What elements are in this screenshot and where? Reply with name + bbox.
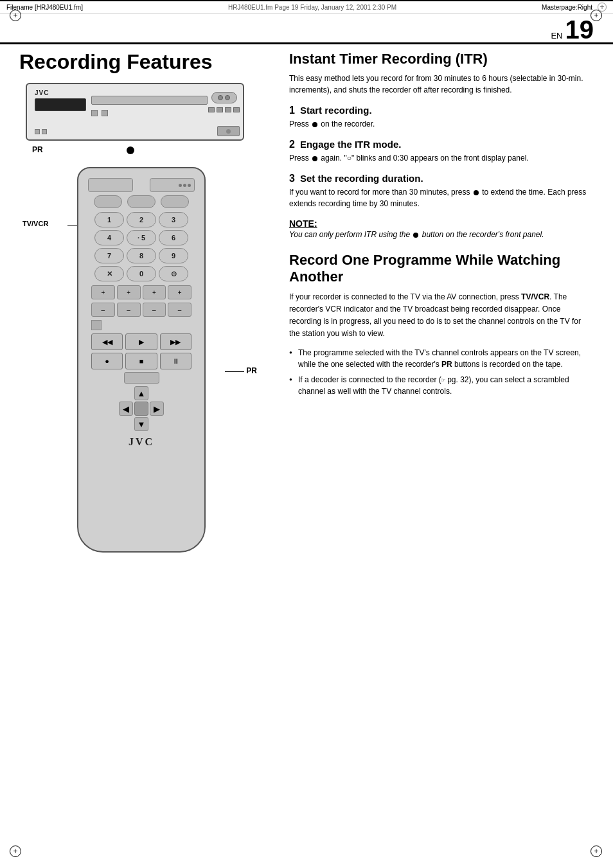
vcr-brand-label: JVC [35,89,49,96]
numpad-6[interactable]: 6 [159,230,188,245]
remote-btn-right[interactable] [150,178,195,192]
step-3-title: Set the recording duration. [300,173,423,184]
vcr-top-right-btn [211,92,237,103]
bullet-dot-2 [312,156,317,161]
remote-ff-btn[interactable]: ▶▶ [160,333,191,350]
numpad-3[interactable]: 3 [159,212,188,227]
numpad-x[interactable]: ✕ [94,266,124,281]
step-2-number: 2 [289,139,295,150]
remote-oval-3[interactable] [161,195,189,208]
recording-features-title: Recording Features [19,51,263,73]
tape-slot [91,96,208,105]
remote-section: TV/VCR PR [19,167,263,553]
remote-arrow-bottom-row: ▼ [134,417,148,431]
remote-right-btn[interactable]: ▶ [150,402,164,416]
step-2-title: Engage the ITR mode. [300,139,402,150]
record-one-title: Record One Programme While Watching Anot… [289,252,594,286]
numpad-9[interactable]: 9 [159,248,188,263]
remote-plus-2[interactable]: + [117,285,141,299]
vcr-small-btn-3 [225,107,231,112]
numpad-4[interactable]: 4 [94,230,124,245]
bullet-item-1: The programme selected with the TV's cha… [289,347,594,370]
remote-minus-1[interactable]: – [91,303,115,317]
remote-plus-3[interactable]: + [143,285,166,299]
vcr-indicator-2 [102,110,108,116]
remote-rec-stop-row: ● ■ ⏸ [91,353,191,369]
vcr-small-btn-4 [233,107,240,112]
remote-up-btn[interactable]: ▲ [134,386,148,400]
header-bar: Filename [HRJ480EU1.fm] HRJ480EU1.fm Pag… [0,0,613,13]
remote-top-row [88,178,195,192]
pr-line [225,371,244,372]
remote-minus-row: – – – – [91,303,191,317]
record-one-intro: If your recorder is connected to the TV … [289,291,594,341]
pr-label-remote: PR [246,366,257,375]
remote-plus-4[interactable]: + [168,285,191,299]
step-3-header: 3 Set the recording duration. [289,173,594,184]
itr-title: Instant Timer Recording (ITR) [289,51,594,67]
remote-oval-row [91,195,191,208]
remote-down-btn[interactable]: ▼ [134,417,148,431]
vcr-labels: PR [19,145,263,154]
page-number-area: EN 19 [551,17,594,42]
numpad-2[interactable]: 2 [127,212,156,227]
en-label: EN [551,31,562,40]
bullet-dot-3 [474,190,479,195]
vcr-illustration: JVC [19,83,263,154]
remote-plus-1[interactable]: + [91,285,115,299]
remote-plus-minus-row: + + + + [91,285,191,299]
numpad-0[interactable]: 0 [127,266,156,281]
tv-vcr-label: TV/VCR [22,220,48,227]
step-3-number: 3 [289,173,295,184]
numpad-5[interactable]: · 5 [127,230,156,245]
remote-numpad: 1 2 3 4 · 5 6 7 8 9 ✕ 0 ⊙ [94,212,188,281]
remote-arrow-pad: ▲ ◀ ▶ ▼ [85,386,198,431]
remote-jvc-brand: JVC [85,436,198,448]
bullet-dot-note [413,233,418,238]
header-masterpage: Masterpage:Right [542,4,592,11]
vcr-btn-1 [218,95,223,100]
remote-pause-btn[interactable]: ⏸ [160,353,191,369]
remote-oval-2[interactable] [127,195,155,208]
remote-oval-1[interactable] [94,195,122,208]
remote-record-btn[interactable]: ● [91,353,123,369]
numpad-1[interactable]: 1 [94,212,124,227]
step-2-header: 2 Engage the ITR mode. [289,139,594,150]
numpad-7[interactable]: 7 [94,248,124,263]
step-3: 3 Set the recording duration. If you wan… [289,173,594,209]
remote-minus-3[interactable]: – [143,303,166,317]
pr-label-vcr: PR [32,145,43,154]
remote-arrow-mid-row: ◀ ▶ [119,402,164,416]
vcr-right-buttons [208,92,240,112]
numpad-8[interactable]: 8 [127,248,156,263]
registration-mark-tl [10,10,22,22]
header-meta: HRJ480EU1.fm Page 19 Friday, January 12,… [228,4,396,11]
page-number: 19 [565,17,594,42]
vcr-display [35,98,86,111]
remote-menu-btn[interactable] [124,372,159,384]
remote-minus-4[interactable]: – [168,303,191,317]
remote-btn-left[interactable] [88,178,133,192]
step-1-title: Start recording. [300,105,372,116]
bullet-list: The programme selected with the TV's cha… [289,347,594,397]
remote-small-sq[interactable] [91,320,102,330]
vcr-power-btn [226,129,231,134]
step-2-body: Press again. "○" blinks and 0:30 appears… [289,152,594,164]
remote-arrow-top-row: ▲ [134,386,148,400]
remote-left-btn[interactable]: ◀ [119,402,133,416]
remote-stop-btn[interactable]: ■ [125,353,157,369]
bullet-item-2: If a decoder is connected to the recorde… [289,374,594,397]
registration-mark-tr [591,10,603,22]
step-1-number: 1 [289,105,295,116]
vcr-bottom-sq-1 [35,129,40,134]
remote-minus-2[interactable]: – [117,303,141,317]
vcr-bottom-row [35,129,47,134]
vcr-bottom-sq-2 [42,129,47,134]
remote-play-btn[interactable]: ▶ [125,333,157,350]
remote-center-btn[interactable] [134,402,148,416]
numpad-special[interactable]: ⊙ [159,266,188,281]
note-text: You can only perform ITR using the butto… [289,229,594,240]
step-2: 2 Engage the ITR mode. Press again. "○" … [289,139,594,164]
remote-rewind-btn[interactable]: ◀◀ [91,333,123,350]
right-column: Instant Timer Recording (ITR) This easy … [276,44,613,565]
